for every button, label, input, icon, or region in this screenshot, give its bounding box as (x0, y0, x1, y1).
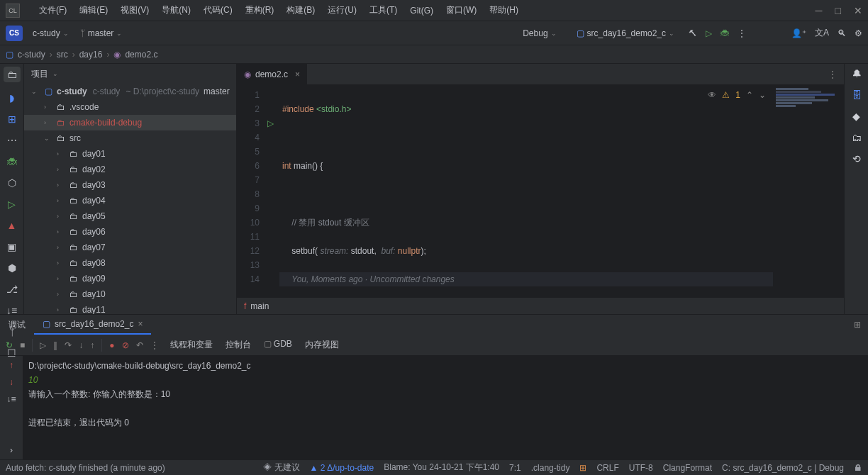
step-over-icon[interactable]: ↷ (65, 340, 72, 350)
next-highlight-icon[interactable]: ⌄ (759, 88, 766, 102)
project-chip[interactable]: CS (6, 26, 23, 41)
breakpoints-icon[interactable]: ● (109, 340, 114, 350)
more-icon[interactable]: ⋮ (738, 28, 746, 38)
mute-bp-icon[interactable]: ⊘ (122, 340, 129, 350)
settings-icon[interactable]: ⚙ (855, 28, 862, 38)
git-icon[interactable]: ⎇ (6, 284, 18, 295)
translate-icon[interactable]: 文A (815, 27, 829, 39)
run-config-tab[interactable]: ▢ src_day16_demo2_c × (34, 315, 151, 335)
menu-file[interactable]: 文件(F) (33, 4, 73, 16)
editor-tab[interactable]: ◉ demo2.c × (237, 64, 307, 85)
line-sep[interactable]: CRLF (596, 463, 618, 473)
rerun-icon[interactable]: ↻ (6, 340, 13, 350)
editor-bottom-breadcrumb[interactable]: f main (237, 297, 844, 314)
reader-mode-icon[interactable]: 👁 (708, 88, 716, 102)
tree-folder[interactable]: ›🗀day04 (24, 193, 236, 208)
tree-folder[interactable]: ›🗀day03 (24, 177, 236, 193)
menu-git[interactable]: Git(G) (404, 6, 440, 16)
run-gutter-icon[interactable]: ▷ (265, 116, 274, 130)
cursor-pos[interactable]: 7:1 (509, 463, 521, 473)
breadcrumb-item[interactable]: day16 (79, 50, 103, 60)
menu-build[interactable]: 构建(B) (280, 4, 321, 16)
layout-icon[interactable]: ⊞ (854, 320, 868, 330)
tree-folder[interactable]: ›🗀day11 (24, 302, 236, 314)
tab-more-icon[interactable]: ⋮ (828, 69, 844, 79)
tree-folder[interactable]: ›🗀day10 (24, 286, 236, 302)
wrap-icon[interactable]: ↓≡ (6, 394, 16, 404)
collab-icon[interactable]: 👤⁺ (791, 28, 806, 38)
close-button[interactable]: ✕ (854, 5, 862, 16)
run-target-dropdown[interactable]: ▢src_day16_demo2_c⌄ (571, 26, 680, 40)
breadcrumb-item[interactable]: demo2.c (125, 50, 157, 60)
stop-icon[interactable]: ■ (20, 340, 25, 350)
terminal-icon[interactable]: ▣ (7, 241, 16, 252)
minimize-button[interactable]: ─ (816, 5, 823, 16)
up-arrow-icon[interactable]: ↑ (9, 360, 13, 370)
tree-folder[interactable]: ›🗀day07 (24, 240, 236, 255)
formatter[interactable]: ClangFormat (663, 463, 712, 473)
services2-icon[interactable]: ⬢ (8, 262, 16, 274)
tree-folder[interactable]: ›🗀.vscode (24, 99, 236, 115)
menu-run[interactable]: 运行(U) (321, 4, 363, 16)
close-icon[interactable]: × (138, 319, 143, 329)
down-arrow-icon[interactable]: ↓ (9, 377, 13, 387)
branch-dropdown[interactable]: ᛘmaster⌄ (74, 26, 128, 40)
close-tab-icon[interactable]: × (295, 69, 300, 79)
breadcrumb-item[interactable]: src (57, 50, 68, 60)
tree-folder[interactable]: ⌄🗀src (24, 130, 236, 146)
notifications-icon[interactable]: 🔔︎ (852, 68, 862, 79)
menu-tools[interactable]: 工具(T) (363, 4, 404, 16)
project-dropdown[interactable]: c-study⌄ (27, 26, 74, 40)
play-side-icon[interactable]: ▷ (8, 199, 16, 210)
status-autofetch[interactable]: Auto fetch: c-study finished (a minute a… (6, 463, 165, 473)
database-icon[interactable]: 🗄 (852, 89, 862, 101)
menu-view[interactable]: 视图(V) (114, 4, 155, 16)
menu-code[interactable]: 代码(C) (197, 4, 239, 16)
more-tool-icon[interactable]: ⋯ (7, 135, 17, 146)
tree-folder[interactable]: ›🗀day09 (24, 271, 236, 286)
menu-help[interactable]: 帮助(H) (483, 4, 525, 16)
breadcrumb-item[interactable]: c-study (18, 50, 45, 60)
config-dropdown[interactable]: Debug⌄ (517, 26, 562, 40)
tree-folder[interactable]: ›🗀day01 (24, 146, 236, 162)
project-tool-icon[interactable]: 🗀 (4, 67, 21, 82)
maximize-button[interactable]: □ (835, 5, 841, 16)
console-subtab[interactable]: 控制台 (226, 339, 251, 351)
encoding[interactable]: UTF-8 (629, 463, 653, 473)
debug-icon[interactable]: 🐞︎ (720, 28, 729, 38)
tree-folder[interactable]: ›🗀day08 (24, 255, 236, 271)
menu-edit[interactable]: 编辑(E) (73, 4, 114, 16)
blame-status[interactable]: Blame: You 24-10-21 下午1:40 (384, 462, 499, 474)
minimap[interactable] (773, 85, 844, 297)
menu-navigate[interactable]: 导航(N) (155, 4, 197, 16)
clipboard-icon[interactable]: ⟲ (852, 153, 861, 164)
pause-icon[interactable]: ‖ (53, 340, 57, 350)
tree-folder[interactable]: ›🗀day02 (24, 162, 236, 177)
expand-panel-icon[interactable]: › (10, 445, 13, 459)
step-into-icon[interactable]: ↓ (79, 340, 83, 350)
search-icon[interactable]: 🔍︎ (838, 28, 846, 38)
suggestions-status[interactable]: ◈ 无建议 (263, 462, 299, 474)
tree-folder[interactable]: ›🗀cmake-build-debug (24, 115, 236, 130)
tidy-status[interactable]: .clang-tidy (531, 463, 570, 473)
tree-folder[interactable]: ›🗀day06 (24, 224, 236, 240)
problems-icon[interactable]: ▲ (7, 220, 17, 231)
more-debug-icon[interactable]: ⋮ (150, 340, 159, 350)
context[interactable]: C: src_day16_demo2_c | Debug (722, 463, 844, 473)
tree-root[interactable]: ⌄▢ c-study c-study ~ D:\project\c-study … (24, 84, 236, 99)
code-area[interactable]: #include <stdio.h> int main() { // 禁用 st… (279, 85, 773, 297)
threads-subtab[interactable]: 线程和变量 (170, 339, 213, 351)
step-out-icon[interactable]: ↑ (90, 340, 94, 350)
console-output[interactable]: D:\project\c-study\cmake-build-debug\src… (23, 356, 868, 459)
services-icon[interactable]: ⬡ (8, 177, 16, 189)
menu-window[interactable]: 窗口(W) (440, 4, 483, 16)
warning-icon[interactable]: ⚠ (722, 88, 730, 102)
resume-icon[interactable]: ▷ (40, 340, 46, 350)
undo-icon[interactable]: ↶ (136, 340, 143, 350)
prev-highlight-icon[interactable]: ⌃ (746, 88, 753, 102)
ai-icon[interactable]: ◆ (852, 111, 860, 122)
tree-folder[interactable]: ›🗀day05 (24, 208, 236, 224)
menu-refactor[interactable]: 重构(R) (239, 4, 281, 16)
gdb-subtab[interactable]: ▢ GDB (264, 339, 292, 351)
run-side-icon[interactable]: 🐞︎ (7, 156, 17, 167)
